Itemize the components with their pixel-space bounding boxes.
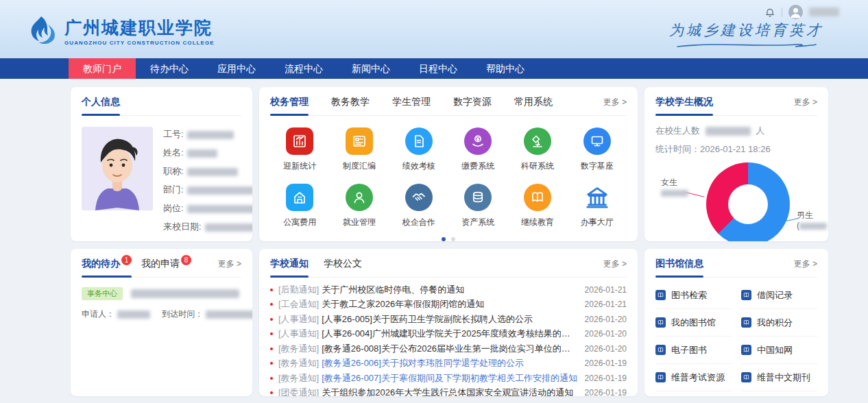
app-9[interactable]: 校企合作 (389, 184, 448, 228)
profile-field-2: 姓名: (163, 147, 252, 159)
panel-student-overview: 学校学生概况 更多 > 在校生人数 人 统计时间：2026-01-21 18:2… (644, 87, 828, 241)
student-overview-title: 学校学生概况 (655, 96, 713, 115)
app-10[interactable]: 资产系统 (448, 184, 508, 228)
app-11[interactable]: 继续教育 (508, 184, 568, 228)
personal-info-title: 个人信息 (82, 96, 120, 115)
library-link-4[interactable]: 我的积分 (741, 309, 817, 337)
notice-title: 关于组织参加2026年大学生践行总体国家安全观宣讲活动的通知 (322, 387, 573, 396)
nav-item-7[interactable]: 帮助中心 (472, 58, 539, 79)
book-icon (655, 372, 666, 382)
app-3[interactable]: 绩效考核 (389, 127, 448, 172)
female-slice-label: 女生 (661, 178, 688, 198)
library-link-7[interactable]: 维普考试资源 (655, 364, 732, 391)
app-8[interactable]: 就业管理 (330, 184, 389, 228)
app-7[interactable]: 公寓费用 (270, 184, 330, 228)
file-icon (405, 127, 433, 155)
library-link-2[interactable]: 借阅记录 (741, 282, 817, 309)
notices-more-link[interactable]: 更多 > (603, 258, 627, 270)
notice-date: 2026-01-21 (578, 300, 627, 309)
notice-date: 2026-01-19 (578, 358, 627, 368)
notice-tab-2[interactable]: 学校公文 (324, 258, 362, 277)
notice-row-6[interactable]: [教务通知][教务通26-006]关于拟对李玮胜同学退学处理的公示2026-01… (270, 356, 627, 371)
todo-tab-1[interactable]: 我的待办1 (82, 258, 132, 277)
app-2[interactable]: 制度汇编 (330, 127, 389, 172)
app-5[interactable]: 科研系统 (508, 127, 568, 172)
page-dot-2[interactable] (451, 237, 455, 241)
todo-more-link[interactable]: 更多 > (218, 258, 241, 277)
bullet-icon (270, 332, 273, 335)
app-label: 就业管理 (343, 217, 376, 228)
library-link-label: 我的积分 (757, 317, 793, 329)
notice-category: [教务通知] (278, 357, 319, 369)
notice-row-8[interactable]: [团委通知]关于组织参加2026年大学生践行总体国家安全观宣讲活动的通知2026… (270, 386, 627, 397)
page-dot-1[interactable] (442, 237, 446, 241)
notice-category: [人事通知] (278, 313, 319, 326)
card-doc-icon (346, 127, 373, 155)
library-link-8[interactable]: 维普中文期刊 (741, 364, 817, 391)
app-12[interactable]: 办事大厅 (567, 184, 627, 228)
library-more-link[interactable]: 更多 > (794, 258, 817, 270)
notice-tab-1[interactable]: 学校通知 (270, 258, 309, 277)
library-link-1[interactable]: 图书检索 (655, 282, 732, 309)
app-tab-3[interactable]: 学生管理 (392, 96, 431, 115)
microscope-icon (524, 127, 551, 155)
book-icon (655, 290, 666, 300)
library-link-3[interactable]: 我的图书馆 (655, 309, 732, 337)
building-icon (286, 184, 313, 211)
app-label: 校企合作 (402, 217, 435, 228)
notice-row-1[interactable]: [后勤通知]关于广州校区临时停电、停餐的通知2026-01-21 (270, 282, 627, 297)
app-tab-4[interactable]: 数字资源 (453, 96, 492, 115)
todo-list-item[interactable]: 事务中心 申请人： 到达时间： (82, 287, 241, 320)
page-header: 广州城建职业学院 GUANGZHOU CITY CONSTRUCTION COL… (0, 0, 868, 58)
main-nav: 教师门户待办中心应用中心流程中心新闻中心日程中心帮助中心 (0, 58, 868, 79)
library-link-5[interactable]: 电子图书 (655, 337, 732, 364)
book-icon (741, 290, 751, 300)
app-tab-1[interactable]: 校务管理 (270, 96, 309, 115)
nav-item-1[interactable]: 教师门户 (69, 58, 136, 79)
notice-row-7[interactable]: [教务通知][教务通26-007]关于寒假期间及下学期初教学相关工作安排的通知2… (270, 371, 627, 386)
user-avatar[interactable] (788, 5, 803, 19)
topbar (764, 5, 839, 19)
panel-notices: 学校通知学校公文 更多 > [后勤通知]关于广州校区临时停电、停餐的通知2026… (259, 249, 638, 396)
nav-item-3[interactable]: 应用中心 (203, 58, 270, 79)
notice-category: [人事通知] (278, 328, 319, 340)
library-link-10[interactable]: 论文查重服务 (741, 391, 817, 396)
notice-date: 2026-01-19 (578, 388, 627, 396)
app-label: 资产系统 (461, 217, 494, 228)
gender-donut-chart: 女生 男生 ( (655, 161, 817, 241)
bell-icon[interactable] (764, 7, 775, 18)
app-4[interactable]: 缴费系统 (448, 127, 508, 172)
todo-tab-2[interactable]: 我的申请8 (141, 258, 191, 277)
notice-row-5[interactable]: [教务通知][教务通26-008]关于公布2026届毕业生第一批岗位实习单位的通… (270, 341, 627, 356)
notice-row-4[interactable]: [人事通知][人事26-004]广州城建职业学院关于2025年度绩效考核结果的公… (270, 327, 627, 342)
slogan-underline (675, 41, 819, 49)
notice-title: [人事26-005]关于医药卫生学院副院长拟聘人选的公示 (322, 313, 533, 326)
app-tab-5[interactable]: 常用系统 (514, 96, 553, 115)
nav-item-4[interactable]: 流程中心 (270, 58, 337, 79)
app-tab-2[interactable]: 教务教学 (331, 96, 370, 115)
female-value-redacted (661, 190, 688, 197)
username-redacted (809, 8, 839, 16)
app-label: 科研系统 (521, 160, 554, 172)
library-link-9[interactable]: 研修室申请 (655, 391, 732, 396)
profile-value-redacted (187, 149, 217, 158)
profile-value-redacted (187, 205, 252, 213)
library-link-6[interactable]: 中国知网 (741, 337, 817, 364)
notice-row-3[interactable]: [人事通知][人事26-005]关于医药卫生学院副院长拟聘人选的公示2026-0… (270, 312, 627, 327)
students-more-link[interactable]: 更多 > (794, 96, 817, 108)
apps-more-link[interactable]: 更多 > (603, 96, 627, 108)
bank-icon (583, 184, 611, 211)
todo-tabs: 我的待办1我的申请8 (82, 258, 191, 277)
school-name-en: GUANGZHOU CITY CONSTRUCTION COLLEGE (64, 40, 215, 46)
notice-row-2[interactable]: [工会通知]关于教工之家2026年寒假假期闭馆的通知2026-01-21 (270, 297, 627, 313)
nav-item-6[interactable]: 日程中心 (405, 58, 472, 79)
book-icon (524, 184, 551, 211)
todo-badge: 1 (121, 255, 132, 265)
nav-item-5[interactable]: 新闻中心 (337, 58, 405, 79)
dashboard-grid: 个人信息 工号:姓名:职称:部门:岗位:来校日期: (71, 87, 830, 396)
stat-time-line: 统计时间：2026-01-21 18:26 (655, 143, 817, 156)
nav-item-2[interactable]: 待办中心 (136, 58, 203, 79)
app-6[interactable]: 数字基座 (567, 127, 627, 172)
notice-tabs: 学校通知学校公文 (270, 258, 362, 277)
app-1[interactable]: 迎新统计 (270, 127, 330, 172)
